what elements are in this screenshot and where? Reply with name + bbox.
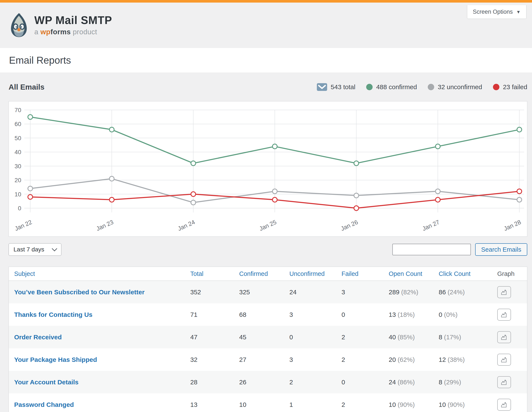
count-value: 86 (439, 289, 446, 296)
failed-cell: 2 (342, 401, 389, 408)
click-count-cell: 12(38%) (439, 356, 497, 363)
svg-text:50: 50 (15, 135, 21, 141)
count-value: 12 (439, 356, 446, 363)
legend-label: 23 failed (503, 83, 527, 91)
count-percent: (38%) (447, 356, 465, 363)
svg-text:Jan 26: Jan 26 (340, 219, 359, 232)
graph-button[interactable] (497, 376, 511, 388)
graph-cell (497, 286, 527, 298)
column-header-confirmed[interactable]: Confirmed (239, 270, 289, 277)
envelope-icon (317, 83, 327, 91)
dot-icon (493, 84, 499, 90)
unconfirmed-cell: 1 (289, 401, 342, 408)
mini-chart-icon (501, 402, 508, 408)
subtitle-prefix: a (34, 28, 38, 36)
graph-button[interactable] (497, 309, 511, 321)
count-percent: (85%) (398, 334, 415, 341)
count-percent: (29%) (444, 379, 461, 386)
column-header-total[interactable]: Total (190, 270, 239, 277)
failed-cell: 3 (342, 289, 389, 296)
email-subject-link[interactable]: You’ve Been Subscribed to Our Newsletter (14, 289, 145, 296)
email-subject-link[interactable]: Password Changed (14, 401, 74, 408)
app-subtitle: a wpforms product (34, 28, 112, 36)
count-value: 40 (389, 334, 396, 341)
open-count-cell: 289(82%) (389, 289, 439, 296)
mini-chart-icon (501, 311, 508, 318)
confirmed-cell: 10 (239, 401, 289, 408)
confirmed-cell: 325 (239, 289, 289, 296)
svg-text:60: 60 (15, 121, 21, 127)
column-header-click-count[interactable]: Click Count (439, 270, 497, 277)
count-percent: (62%) (398, 356, 415, 363)
caret-down-icon: ▼ (516, 10, 521, 14)
graph-cell (497, 331, 527, 343)
open-count-cell: 40(85%) (389, 334, 439, 341)
column-header-open-count[interactable]: Open Count (389, 270, 439, 277)
column-header-unconfirmed[interactable]: Unconfirmed (289, 270, 342, 277)
svg-text:0: 0 (18, 205, 21, 211)
graph-cell (497, 376, 527, 388)
graph-cell (497, 309, 527, 321)
subtitle-suffix: product (73, 28, 97, 36)
column-header-failed[interactable]: Failed (342, 270, 389, 277)
dot-icon (366, 84, 373, 90)
app-header: WP Mail SMTP a wpforms product Screen Op… (0, 3, 532, 48)
count-value: 10 (439, 401, 446, 408)
dot-icon (428, 84, 434, 90)
svg-text:40: 40 (15, 149, 21, 156)
email-subject-link[interactable]: Order Received (14, 334, 62, 341)
app-title: WP Mail SMTP (34, 15, 112, 26)
unconfirmed-cell: 24 (289, 289, 342, 296)
top-accent-bar (0, 0, 532, 3)
confirmed-cell: 27 (239, 356, 289, 363)
total-cell: 352 (190, 289, 239, 296)
svg-text:Jan 23: Jan 23 (95, 219, 114, 232)
count-value: 20 (389, 356, 396, 363)
count-percent: (82%) (401, 289, 418, 296)
screen-options-button[interactable]: Screen Options ▼ (467, 5, 526, 19)
graph-button[interactable] (497, 331, 511, 343)
click-count-cell: 0(0%) (439, 311, 497, 318)
total-cell: 32 (190, 356, 239, 363)
graph-button[interactable] (497, 354, 511, 366)
graph-cell (497, 354, 527, 366)
svg-text:10: 10 (15, 191, 21, 198)
table-row: Password Changed13101210(90%)10(90%) (9, 393, 527, 412)
count-percent: (17%) (444, 334, 461, 341)
legend-item: 488 confirmed (366, 83, 417, 91)
count-percent: (86%) (398, 379, 415, 386)
subtitle-forms: forms (50, 28, 71, 36)
unconfirmed-cell: 3 (289, 356, 342, 363)
confirmed-cell: 26 (239, 379, 289, 386)
search-input[interactable] (392, 244, 471, 255)
svg-text:Jan 22: Jan 22 (14, 219, 33, 232)
email-subject-link[interactable]: Your Account Details (14, 379, 78, 386)
count-percent: (0%) (444, 311, 457, 318)
legend-label: 543 total (331, 83, 355, 91)
svg-text:Jan 25: Jan 25 (258, 219, 277, 232)
failed-cell: 0 (342, 379, 389, 386)
total-cell: 71 (190, 311, 239, 318)
email-subject-link[interactable]: Your Package Has Shipped (14, 356, 97, 363)
email-subject-link[interactable]: Thanks for Contacting Us (14, 311, 93, 318)
legend-item: 543 total (317, 83, 355, 91)
svg-text:Jan 24: Jan 24 (177, 219, 196, 232)
graph-button[interactable] (497, 286, 511, 298)
mini-chart-icon (501, 379, 508, 385)
open-count-cell: 24(86%) (389, 379, 439, 386)
subject-cell: You’ve Been Subscribed to Our Newsletter (9, 289, 190, 296)
total-cell: 28 (190, 379, 239, 386)
date-range-select[interactable]: Last 7 days (9, 243, 61, 256)
confirmed-cell: 45 (239, 334, 289, 341)
column-header-subject[interactable]: Subject (9, 270, 190, 277)
graph-cell (497, 399, 527, 411)
section-head: All Emails 543 total488 confirmed32 unco… (9, 82, 527, 92)
svg-text:70: 70 (15, 107, 21, 113)
failed-cell: 2 (342, 356, 389, 363)
graph-button[interactable] (497, 399, 511, 411)
wp-mail-smtp-pigeon-logo (9, 11, 29, 39)
search-emails-button[interactable]: Search Emails (475, 243, 527, 256)
open-count-cell: 10(90%) (389, 401, 439, 408)
count-percent: (90%) (447, 401, 465, 408)
controls-row: Last 7 days Search Emails (9, 243, 527, 256)
